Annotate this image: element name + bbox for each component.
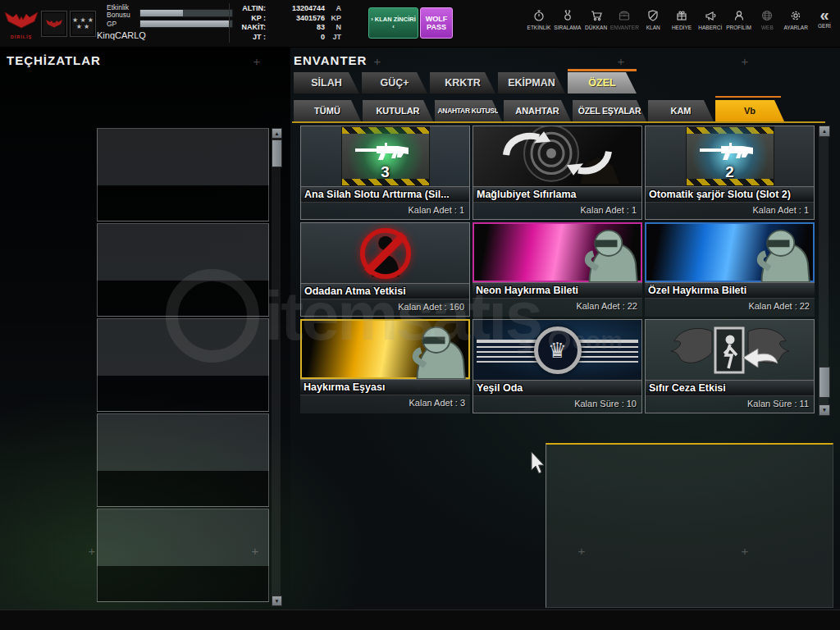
item-name: Haykırma Eşyası xyxy=(300,379,470,395)
soldier-icon xyxy=(565,226,641,282)
wolf-pass-button[interactable]: WOLF PASS xyxy=(420,7,453,39)
item-detail-panel xyxy=(546,443,833,608)
nav-etkinlik[interactable]: ETKİNLİK xyxy=(525,4,553,43)
subtab-tumu[interactable]: TÜMÜ xyxy=(294,100,361,121)
plus-marker: + xyxy=(618,54,625,68)
item-image-zero-penalty xyxy=(646,320,814,380)
item-name: Özel Haykırma Bileti xyxy=(645,282,815,299)
currency-nakit: NAKİT: 83 N xyxy=(233,23,341,33)
nav-klan[interactable]: KLAN xyxy=(639,4,667,43)
item-image-green-room: ♛ xyxy=(473,320,641,380)
nav-haberci[interactable]: HABERCİ xyxy=(696,4,724,43)
medal-icon xyxy=(561,9,574,22)
player-name: KinqCARLQ xyxy=(97,30,146,40)
inventory-scroll-down[interactable]: ▼ xyxy=(819,404,830,416)
item-name: Neon Haykırma Bileti xyxy=(472,282,642,299)
tab-silah[interactable]: SİLAH xyxy=(294,72,359,94)
tab-ekipman[interactable]: EKİPMAN xyxy=(498,72,565,94)
item-count: Kalan Adet : 1 xyxy=(646,203,814,219)
tab-krktr[interactable]: KRKTR xyxy=(430,72,495,94)
nav-web[interactable]: WEB xyxy=(753,4,781,43)
inventory-panel-title: ENVANTER xyxy=(294,53,367,67)
inventory-item[interactable]: Sıfır Ceza Etkisi Kalan Süre : 11 xyxy=(645,319,815,413)
equipment-slot[interactable] xyxy=(97,413,269,507)
subtab-kutular[interactable]: KUTULAR xyxy=(363,100,433,121)
top-bar: DİRİLİŞ ★ ★ ★ ★ ★ Etkinlik Bonusu GP Kin… xyxy=(0,0,840,48)
equipment-scrollbar-thumb[interactable] xyxy=(272,139,282,167)
rifle-icon xyxy=(354,140,418,165)
gear-icon xyxy=(789,9,802,22)
plus-marker: + xyxy=(374,54,381,68)
item-image-neon-shout xyxy=(472,222,642,282)
equipment-slot[interactable] xyxy=(97,128,269,221)
subtab-vb[interactable]: Vb xyxy=(715,100,784,121)
currency-kp: KP : 3401576 KP xyxy=(233,14,341,24)
inventory-item[interactable]: Mağlubiyet Sıfırlama Kalan Adet : 1 xyxy=(472,126,642,220)
tab-ozel[interactable]: ÖZEL xyxy=(568,72,637,94)
tab-guc[interactable]: GÜÇ+ xyxy=(362,72,427,94)
item-image-shout-item xyxy=(300,319,470,379)
gp-progress-fill xyxy=(140,21,229,27)
bottom-bar xyxy=(0,609,840,630)
wolf-logo-text: DİRİLİŞ xyxy=(3,34,39,39)
bonus-progress-fill xyxy=(140,10,183,16)
target-icon xyxy=(473,126,641,186)
subtab-anahtar[interactable]: ANAHTAR xyxy=(504,100,571,121)
soldier-icon xyxy=(737,226,813,282)
currency-jt: JT : 0 JT xyxy=(233,33,341,43)
inventory-item[interactable]: Özel Haykırma Bileti Kalan Adet : 22 xyxy=(645,222,815,317)
klan-zinciri-button[interactable]: › KLAN ZİNCİRİ ‹ xyxy=(368,7,418,39)
item-count: Kalan Süre : 11 xyxy=(646,396,814,413)
equipment-slot[interactable] xyxy=(97,509,269,602)
inventory-scrollbar-thumb[interactable] xyxy=(819,367,830,398)
rifle-icon xyxy=(698,140,762,165)
item-name: Odadan Atma Yetkisi xyxy=(301,283,469,299)
item-image-kick-ban xyxy=(301,223,469,283)
equipment-scrollbar-track[interactable] xyxy=(272,128,281,605)
nav-dukkan[interactable]: DÜKKAN xyxy=(582,4,610,43)
nav-hediye[interactable]: HEDİYE xyxy=(668,4,696,43)
active-tab-accent xyxy=(568,69,637,71)
item-image-mag-slot-crate: 2 xyxy=(646,126,814,186)
plus-marker: + xyxy=(742,54,749,68)
item-image-reset-target xyxy=(473,126,641,186)
item-count: Kalan Adet : 3 xyxy=(300,395,470,413)
equipment-scroll-up[interactable]: ▲ xyxy=(272,128,282,139)
equipment-panel-title: TEÇHİZATLAR xyxy=(7,53,101,67)
inventory-tabs: SİLAH GÜÇ+ KRKTR EKİPMAN ÖZEL xyxy=(294,72,637,94)
inventory-item[interactable]: ♛ Yeşil Oda Kalan Süre : 10 xyxy=(472,319,642,413)
wolf-logo: DİRİLİŞ xyxy=(3,10,39,38)
subtab-underline xyxy=(292,121,825,123)
item-name: Sıfır Ceza Etkisi xyxy=(646,380,814,396)
item-name: Otomatik şarjör Slotu (Slot 2) xyxy=(646,186,814,203)
equipment-slot[interactable] xyxy=(97,223,269,317)
nav-profilim[interactable]: PROFİLİM xyxy=(725,4,753,43)
subtab-anahtar-kutusu[interactable]: ANAHTAR KUTUSU xyxy=(435,100,502,121)
clan-emblem xyxy=(41,11,67,37)
nav-siralama[interactable]: SIRALAMA xyxy=(554,4,582,43)
inventory-scroll-up[interactable]: ▲ xyxy=(819,126,830,137)
profile-icon xyxy=(733,9,746,22)
subtab-ozel-esyalar[interactable]: ÖZEL EŞYALAR xyxy=(573,100,646,121)
item-count: Kalan Adet : 160 xyxy=(301,299,469,316)
subtab-kam[interactable]: KAM xyxy=(648,100,714,121)
plus-marker: + xyxy=(253,54,261,68)
gp-progress-bar xyxy=(139,20,233,28)
inventory-item[interactable]: Odadan Atma Yetkisi Kalan Adet : 160 xyxy=(300,222,470,317)
inventory-item[interactable]: 3 Ana Silah Slotu Arttırma (Sil... Kalan… xyxy=(300,126,470,220)
gift-icon xyxy=(675,9,688,22)
cart-icon xyxy=(590,9,603,22)
inventory-item[interactable]: 2 Otomatik şarjör Slotu (Slot 2) Kalan A… xyxy=(645,126,815,220)
equipment-scroll-down[interactable]: ▼ xyxy=(272,596,282,606)
nav-envanter[interactable]: ENVANTER xyxy=(610,4,638,43)
main-nav: ETKİNLİK SIRALAMA DÜKKAN ENVANTER KLAN H… xyxy=(525,4,838,43)
item-name: Yeşil Oda xyxy=(473,380,641,396)
inventory-item[interactable]: Haykırma Eşyası Kalan Adet : 3 xyxy=(300,319,470,413)
item-image-ozel-shout xyxy=(645,222,815,282)
nav-ayarlar[interactable]: AYARLAR xyxy=(782,4,810,43)
mouse-cursor xyxy=(530,451,548,476)
equipment-slot[interactable] xyxy=(97,318,269,412)
nav-geri[interactable]: « GERİ xyxy=(810,4,838,43)
active-subtab-accent xyxy=(715,96,781,98)
inventory-item[interactable]: Neon Haykırma Bileti Kalan Adet : 22 xyxy=(472,222,642,317)
